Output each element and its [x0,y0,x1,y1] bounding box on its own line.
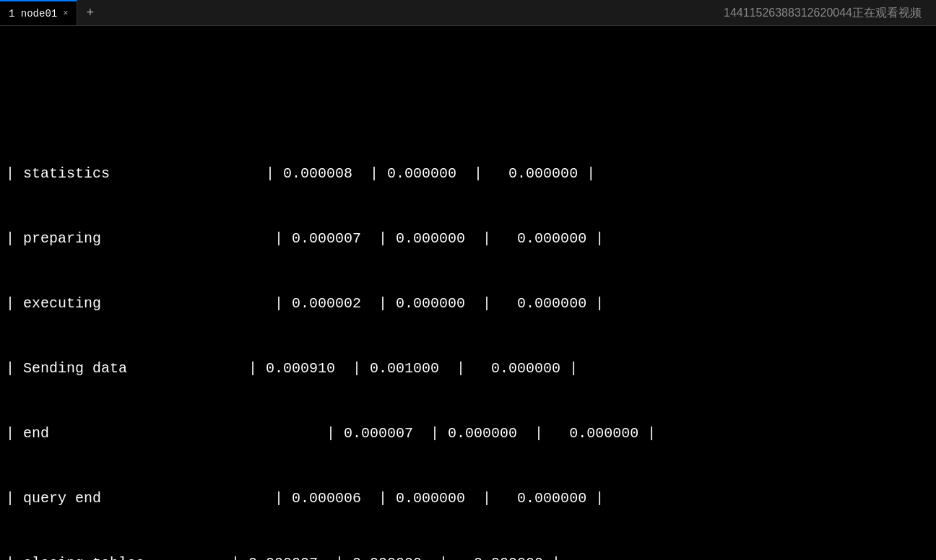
table-row: | executing | 0.000002 | 0.000000 | 0.00… [6,293,930,315]
table-row: | Sending data | 0.000910 | 0.001000 | 0… [6,358,930,380]
table-row: | preparing | 0.000007 | 0.000000 | 0.00… [6,228,930,250]
terminal: | statistics | 0.000008 | 0.000000 | 0.0… [0,26,936,560]
table-row: | query end | 0.000006 | 0.000000 | 0.00… [6,488,930,509]
watermark: 14411526388312620044正在观看视频 [724,6,922,21]
tab-close-icon[interactable]: × [63,9,68,19]
table-row: | statistics | 0.000008 | 0.000000 | 0.0… [6,163,930,185]
tab-add-button[interactable]: + [77,0,103,25]
table-row: | end | 0.000007 | 0.000000 | 0.000000 | [6,423,930,445]
terminal-content: | statistics | 0.000008 | 0.000000 | 0.0… [0,76,936,560]
table-row: | closing tables | 0.000007 | 0.000000 |… [6,553,930,560]
tab-bar: 1 node01 × + 14411526388312620044正在观看视频 [0,0,936,26]
tab-label: 1 node01 [9,8,57,19]
tab-node01[interactable]: 1 node01 × [0,0,77,25]
